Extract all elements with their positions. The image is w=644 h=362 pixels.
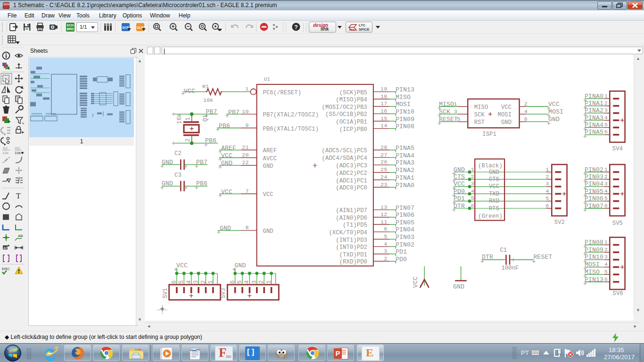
svg-text:3: 3	[471, 181, 474, 187]
svg-text:14: 14	[380, 123, 387, 129]
svg-text:21: 21	[242, 144, 248, 151]
svg-text:27: 27	[380, 152, 387, 158]
svg-text:5: 5	[384, 233, 387, 240]
svg-text:28: 28	[380, 144, 387, 151]
svg-text:PB6: PB6	[219, 123, 230, 130]
svg-text:PINA2: PINA2	[396, 167, 414, 174]
svg-text:6: 6	[524, 116, 528, 123]
svg-text:PINA5: PINA5	[585, 129, 603, 136]
svg-text:6: 6	[604, 203, 608, 209]
svg-text:MISO: MISO	[439, 101, 454, 108]
svg-text:8: 8	[245, 224, 248, 231]
svg-text:(INT0)PD2: (INT0)PD2	[336, 244, 367, 251]
svg-text:PD1: PD1	[396, 248, 407, 255]
svg-text:TXD: TXD	[489, 191, 499, 197]
svg-text:PIN06: PIN06	[585, 195, 603, 202]
svg-text:100nF: 100nF	[501, 265, 519, 272]
svg-text:(ADC5/SCL)PC5: (ADC5/SCL)PC5	[322, 148, 367, 154]
svg-text:4: 4	[604, 115, 608, 121]
svg-text:(SCK)PB5: (SCK)PB5	[339, 90, 367, 96]
svg-text:GND: GND	[453, 283, 464, 290]
svg-text:(ADC2)PC2: (ADC2)PC2	[336, 170, 367, 177]
svg-text:13: 13	[380, 204, 387, 211]
svg-text:MISO: MISO	[474, 104, 488, 111]
svg-text:PIN03: PIN03	[585, 173, 603, 181]
svg-text:?: ?	[294, 24, 298, 31]
svg-text:4: 4	[244, 280, 250, 284]
svg-text:VCC: VCC	[263, 191, 273, 198]
svg-text:(SS/OC1B)PB2: (SS/OC1B)PB2	[325, 111, 367, 118]
svg-text:(ICP)PB0: (ICP)PB0	[339, 126, 367, 133]
svg-text:6: 6	[171, 280, 178, 284]
svg-text:5: 5	[237, 280, 243, 284]
svg-text:SV3: SV3	[220, 288, 227, 298]
svg-text:1: 1	[207, 280, 214, 284]
svg-text:MOSI: MOSI	[585, 261, 600, 268]
svg-text:GND: GND	[263, 228, 273, 235]
svg-text:PINA3: PINA3	[585, 115, 603, 122]
svg-text:C1: C1	[500, 247, 507, 254]
svg-text:PIN09: PIN09	[585, 247, 603, 254]
svg-text:GND: GND	[454, 166, 465, 173]
svg-text:3: 3	[384, 248, 387, 255]
svg-text:MISO: MISO	[585, 269, 600, 276]
svg-text:1: 1	[454, 101, 457, 107]
svg-text:SV5: SV5	[612, 220, 623, 227]
svg-text:PIN04: PIN04	[396, 226, 414, 233]
svg-text:5: 5	[604, 269, 608, 275]
svg-text:PIN13: PIN13	[396, 86, 414, 93]
svg-text:1: 1	[604, 93, 608, 99]
svg-text:25: 25	[380, 166, 387, 173]
svg-text:R2: R2	[15, 146, 20, 150]
svg-text:VCC: VCC	[454, 181, 465, 188]
svg-text:BRD: BRD	[66, 27, 74, 31]
svg-text:VCC: VCC	[221, 189, 232, 196]
svg-text:2: 2	[545, 173, 549, 180]
svg-text:PINA0: PINA0	[585, 93, 603, 100]
svg-text:(ADC0)PC0: (ADC0)PC0	[336, 185, 367, 191]
svg-text:4: 4	[604, 261, 608, 268]
svg-text:4: 4	[186, 280, 192, 284]
svg-text:PIN03: PIN03	[396, 234, 414, 241]
svg-text:PINA4: PINA4	[396, 152, 414, 159]
svg-text:AT: AT	[3, 246, 8, 250]
svg-text:PB7: PB7	[196, 159, 207, 166]
svg-text:2: 2	[258, 280, 265, 284]
svg-text:RESET: RESET	[533, 254, 552, 261]
svg-text:PB7: PB7	[228, 109, 239, 116]
svg-text:2: 2	[200, 280, 207, 284]
svg-text:PIN08: PIN08	[585, 239, 603, 246]
svg-text:2: 2	[604, 247, 608, 253]
svg-text:(OC1A)PB1: (OC1A)PB1	[336, 119, 367, 125]
svg-text:ERC: ERC	[2, 267, 10, 271]
svg-text:AREF: AREF	[221, 145, 236, 152]
svg-text:(AIN1)PD7: (AIN1)PD7	[336, 207, 367, 214]
svg-text:1: 1	[604, 166, 608, 173]
svg-text:16: 16	[380, 108, 387, 115]
svg-text:AREF: AREF	[263, 148, 277, 154]
svg-text:PINA0: PINA0	[396, 182, 414, 189]
svg-text:2: 2	[604, 100, 608, 107]
svg-text:SV6: SV6	[613, 290, 623, 297]
svg-text:2: 2	[604, 173, 608, 180]
svg-text:PIN10: PIN10	[396, 108, 414, 115]
svg-text:1: 1	[185, 117, 191, 121]
svg-text:2: 2	[384, 255, 387, 262]
svg-text:PIN07: PIN07	[585, 203, 603, 210]
svg-text:5: 5	[178, 280, 185, 284]
svg-text:15: 15	[380, 115, 387, 122]
svg-text:19: 19	[380, 86, 387, 92]
svg-text:(T1)PD5: (T1)PD5	[343, 222, 367, 229]
svg-text:11: 11	[380, 219, 387, 225]
svg-text:26: 26	[380, 159, 387, 165]
svg-text:(MOSI/OC2)PB3: (MOSI/OC2)PB3	[322, 104, 367, 111]
svg-text:SV4: SV4	[612, 146, 623, 152]
svg-text:GND: GND	[235, 262, 246, 269]
svg-text:PIN05: PIN05	[585, 188, 603, 195]
svg-text:PINA1: PINA1	[396, 174, 414, 181]
svg-text:U1: U1	[264, 76, 270, 82]
svg-text:GND: GND	[220, 225, 231, 232]
svg-text:3: 3	[604, 181, 608, 187]
svg-text:SV1: SV1	[162, 288, 169, 298]
svg-text:T: T	[16, 192, 21, 200]
